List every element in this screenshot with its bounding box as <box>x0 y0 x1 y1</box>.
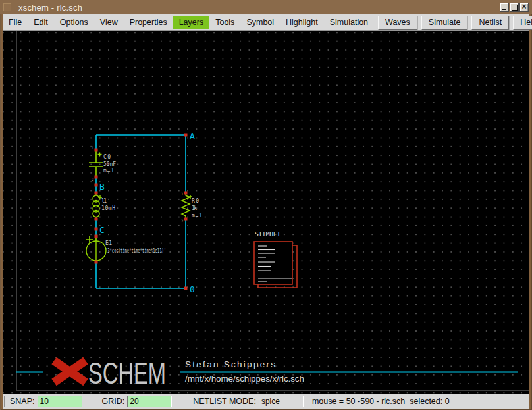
netlist-mode-input[interactable] <box>259 396 304 407</box>
pin-number: 1 <box>181 192 184 196</box>
pin-number: 2 <box>181 218 184 223</box>
component-capacitor-c0[interactable]: 1 2 C0 50nF m=1 <box>89 145 116 182</box>
pin-number: 1 <box>92 145 94 150</box>
title-block-author[interactable]: Stefan Schippers <box>185 359 275 369</box>
grid-label: GRID: <box>102 397 125 406</box>
menu-options[interactable]: Options <box>54 16 94 29</box>
xschem-logo-text: SCHEM <box>88 356 166 390</box>
statusbar-grip-icon <box>4 396 7 407</box>
xschem-window: xschem - rlc.sch × File Edit Options Vie… <box>0 0 532 410</box>
title-block[interactable]: SCHEM Stefan Schippers /mnt/x/home/schip… <box>16 356 518 390</box>
menu-file[interactable]: File <box>3 16 28 29</box>
netlist-mode-label: NETLIST MODE: <box>193 397 256 406</box>
capacitor-mult[interactable]: m=1 <box>103 168 114 174</box>
net-label-b[interactable]: B <box>99 182 105 192</box>
capacitor-name[interactable]: C0 <box>103 154 111 160</box>
help-button[interactable]: Help <box>513 16 532 30</box>
resistor-value[interactable]: 1k <box>192 205 197 211</box>
netlist-button[interactable]: Netlist <box>471 16 509 30</box>
menu-highlight[interactable]: Highlight <box>280 16 324 29</box>
maximize-button[interactable] <box>510 3 519 12</box>
minimize-button[interactable] <box>500 3 509 12</box>
stimuli-front-sheet <box>254 242 292 284</box>
menu-simulation[interactable]: Simulation <box>324 16 374 29</box>
component-inductor-l1[interactable]: l1 10mH <box>93 193 115 219</box>
inductor-name[interactable]: l1 <box>101 198 107 204</box>
stimuli-block[interactable]: STIMULI <box>254 230 297 288</box>
menu-properties[interactable]: Properties <box>124 16 173 29</box>
snap-label: SNAP: <box>10 397 35 406</box>
close-button[interactable]: × <box>519 3 529 12</box>
window-title: xschem - rlc.sch <box>18 3 82 13</box>
capacitor-value[interactable]: 50nF <box>103 161 116 167</box>
source-value[interactable]: '3*cos(time*time*time*1e11)' <box>105 248 166 254</box>
xschem-logo-x-icon <box>54 361 86 382</box>
maximize-icon <box>512 5 518 11</box>
component-source-e1[interactable]: E1 '3*cos(time*time*time*1e11)' <box>86 236 166 262</box>
resistor-name[interactable]: R0 <box>192 198 199 204</box>
inductor-value[interactable]: 10mH <box>101 205 115 211</box>
title-block-file-path[interactable]: /mnt/x/home/schippes/x/rlc.sch <box>185 374 304 384</box>
net-label-gnd[interactable]: 0 <box>190 284 195 294</box>
window-menu-icon[interactable] <box>3 3 11 11</box>
schematic-drawing: 1 2 C0 50nF m=1 l1 10mH <box>3 31 529 394</box>
snap-input[interactable] <box>38 396 82 407</box>
stimuli-label[interactable]: STIMULI <box>255 230 280 238</box>
schematic-canvas[interactable]: 1 2 C0 50nF m=1 l1 10mH <box>3 31 529 394</box>
resistor-mult[interactable]: m=1 <box>192 213 202 218</box>
menu-tools[interactable]: Tools <box>209 16 240 29</box>
menubar: File Edit Options View Properties Layers… <box>3 14 529 31</box>
window-titlebar[interactable]: xschem - rlc.sch × <box>0 0 532 14</box>
mouse-status-text: mouse = 50 -590 - rlc.sch selected: 0 <box>312 397 450 406</box>
waves-button[interactable]: Waves <box>378 16 417 30</box>
window-controls: × <box>500 3 529 12</box>
source-name[interactable]: E1 <box>105 240 112 246</box>
menu-layers[interactable]: Layers <box>173 16 210 29</box>
menu-view[interactable]: View <box>94 16 124 29</box>
simulate-button[interactable]: Simulate <box>421 16 468 30</box>
net-label-c[interactable]: C <box>99 225 105 235</box>
minimize-icon <box>502 9 506 10</box>
menu-edit[interactable]: Edit <box>28 16 54 29</box>
polarity-plus-icon <box>98 153 102 157</box>
grid-input[interactable] <box>127 396 172 407</box>
pin-number: 2 <box>92 177 94 182</box>
close-icon: × <box>520 3 528 11</box>
menu-symbol[interactable]: Symbol <box>240 16 280 29</box>
net-label-a[interactable]: A <box>190 131 195 141</box>
statusbar: SNAP: GRID: NETLIST MODE: mouse = 50 -59… <box>3 394 529 409</box>
